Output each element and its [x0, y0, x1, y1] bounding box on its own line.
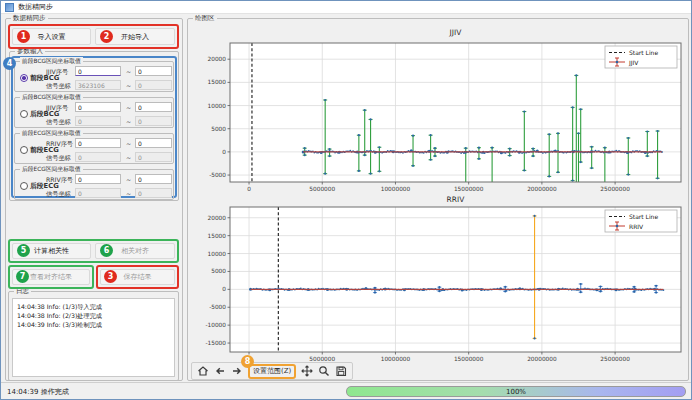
tilde: ~ [126, 68, 131, 76]
forward-icon[interactable] [231, 365, 243, 377]
radio-rear-bcg[interactable] [20, 110, 28, 118]
to-input[interactable] [135, 174, 172, 184]
tilde: ~ [126, 104, 131, 112]
section-title: 前段ECG区间坐标取值 [20, 129, 83, 138]
radio-front-ecg[interactable] [20, 146, 28, 154]
progress-label: 100% [506, 388, 526, 396]
pan-icon[interactable] [301, 365, 313, 377]
tilde: ~ [126, 140, 131, 148]
field-label: JJIV序号 [46, 104, 68, 112]
window-title: 数据精同步 [18, 2, 53, 12]
svg-text:20000: 20000 [208, 56, 227, 62]
svg-text:0: 0 [222, 286, 226, 292]
badge-2: 2 [100, 30, 113, 43]
to-input[interactable] [135, 188, 172, 198]
to-input[interactable] [135, 66, 172, 76]
to-input[interactable] [135, 152, 172, 162]
svg-text:JJIV: JJIV [449, 28, 463, 37]
svg-text:RRIV: RRIV [629, 223, 644, 230]
log-entry: 14:04:38 Info: (1/3)导入完成 [17, 302, 170, 311]
param-group-title: 参数输入 [15, 47, 45, 56]
tilde: ~ [126, 176, 131, 184]
from-input[interactable] [75, 152, 121, 162]
field-label: 信号坐标 [46, 190, 71, 198]
from-input[interactable] [75, 80, 121, 90]
section-front-bcg: 前段BCG区间坐标取值 前段BCG JJIV序号 ~ 信号坐标 ~ [14, 61, 174, 92]
svg-text:0: 0 [247, 186, 251, 192]
from-input[interactable] [75, 138, 121, 148]
from-input[interactable] [75, 66, 121, 76]
app-icon [5, 3, 14, 12]
svg-text:Start Line: Start Line [629, 49, 658, 56]
svg-text:-15000: -15000 [205, 340, 226, 346]
log-entry: 14:04:38 Info: (2/3)处理完成 [17, 311, 170, 320]
set-range-button[interactable]: 设置范围(Z) [248, 364, 296, 379]
field-label: RRIV序号 [46, 140, 73, 148]
svg-text:15000: 15000 [208, 233, 227, 239]
rriv-chart[interactable]: 0500000010000000150000002000000025000000… [195, 193, 687, 365]
to-input[interactable] [135, 116, 172, 126]
svg-text:20000: 20000 [208, 215, 227, 221]
badge-6: 6 [100, 244, 113, 257]
tilde: ~ [126, 118, 131, 126]
section-rear-bcg: 后段BCG区间坐标取值 后段BCG JJIV序号 ~ 信号坐标 ~ [14, 97, 174, 128]
svg-text:JJIV: JJIV [628, 59, 639, 67]
tilde: ~ [126, 154, 131, 162]
from-input[interactable] [75, 188, 121, 198]
home-icon[interactable] [197, 365, 209, 377]
statusbar: 14:04:39 操作完成 100% [1, 382, 691, 399]
zoom-icon[interactable] [318, 365, 330, 377]
set-range-wrap: 8 设置范围(Z) [248, 364, 296, 379]
svg-text:5000: 5000 [211, 126, 226, 132]
svg-text:10000: 10000 [208, 103, 227, 109]
section-rear-ecg: 后段ECG区间坐标取值 后段ECG RRIV序号 ~ 信号坐标 ~ [14, 169, 174, 200]
from-input[interactable] [75, 116, 121, 126]
field-label: RRIV序号 [46, 176, 73, 184]
svg-text:15000000: 15000000 [454, 356, 484, 362]
titlebar: 数据精同步 [1, 1, 691, 14]
progress-bar: 100% [346, 386, 686, 397]
status-message: 14:04:39 操作完成 [7, 387, 69, 397]
badge-3: 3 [104, 270, 117, 283]
jjiv-chart[interactable]: 0500000010000000150000002000000025000000… [195, 23, 687, 193]
from-input[interactable] [75, 174, 121, 184]
svg-text:-5000: -5000 [209, 304, 226, 310]
svg-text:5000000: 5000000 [309, 186, 335, 192]
log-list[interactable]: 14:04:38 Info: (1/3)导入完成 14:04:38 Info: … [12, 298, 175, 377]
to-input[interactable] [135, 138, 172, 148]
radio-front-bcg[interactable] [20, 74, 28, 82]
section-front-ecg: 前段ECG区间坐标取值 前段ECG RRIV序号 ~ 信号坐标 ~ [14, 133, 174, 164]
app-window: 数据精同步 数据精同步 导入设置 开始导入 1 2 参数输入 4 前段BCG区间… [0, 0, 692, 400]
svg-text:10000000: 10000000 [381, 186, 411, 192]
badge-1: 1 [17, 30, 30, 43]
section-title: 前段BCG区间坐标取值 [20, 57, 83, 66]
svg-text:RRIV: RRIV [447, 195, 466, 204]
svg-text:20000000: 20000000 [527, 186, 557, 192]
field-label: 信号坐标 [46, 82, 71, 90]
svg-text:-10000: -10000 [205, 322, 226, 328]
svg-text:15000000: 15000000 [454, 186, 484, 192]
left-group-title: 数据精同步 [11, 14, 48, 23]
svg-text:25000000: 25000000 [600, 356, 630, 362]
svg-text:20000000: 20000000 [527, 356, 557, 362]
field-label: 信号坐标 [46, 154, 71, 162]
svg-text:5000: 5000 [211, 268, 226, 274]
svg-text:Start Line: Start Line [629, 213, 658, 220]
badge-7: 7 [16, 270, 29, 283]
svg-text:25000000: 25000000 [600, 186, 630, 192]
badge-8: 8 [241, 355, 254, 368]
radio-rear-ecg[interactable] [20, 182, 28, 190]
to-input[interactable] [135, 80, 172, 90]
save-icon[interactable] [335, 365, 347, 377]
badge-4: 4 [3, 57, 16, 70]
field-label: JJIV序号 [46, 68, 68, 76]
to-input[interactable] [135, 102, 172, 112]
section-title: 后段BCG区间坐标取值 [20, 93, 83, 102]
svg-text:10000000: 10000000 [381, 356, 411, 362]
badge-5: 5 [17, 244, 30, 257]
back-icon[interactable] [214, 365, 226, 377]
section-title: 后段ECG区间坐标取值 [20, 165, 83, 174]
from-input[interactable] [75, 102, 121, 112]
log-entry: 14:04:39 Info: (3/3)绘制完成 [17, 320, 170, 329]
tilde: ~ [126, 190, 131, 198]
